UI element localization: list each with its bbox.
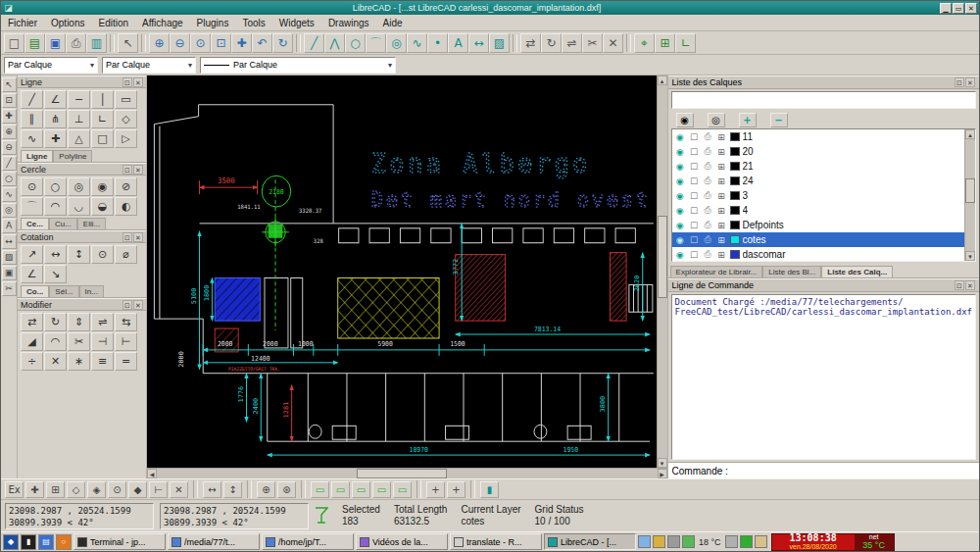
line-tangent-icon[interactable]: ⊥ <box>68 110 90 128</box>
tab-listedescalq[interactable]: Liste des Calq... <box>821 266 893 277</box>
line-cross-icon[interactable]: ✚ <box>44 129 67 148</box>
layer-row-Defpoints[interactable]: ◉☐⎙⊞Defpoints <box>672 218 964 232</box>
zoom-window-icon[interactable]: ⊡ <box>2 93 17 108</box>
show-all-layers-icon[interactable]: ◉ <box>676 113 694 127</box>
draw-circle-icon[interactable]: ○ <box>345 33 366 53</box>
tab-sl[interactable]: Sél... <box>49 285 78 297</box>
scroll-down-icon[interactable]: ▼ <box>965 251 975 261</box>
grid-minus-icon[interactable]: + <box>447 481 466 498</box>
menu-tools[interactable]: Tools <box>235 17 271 29</box>
exclusive-snap-icon[interactable]: Ex <box>5 481 24 498</box>
modify-trim-icon[interactable]: ✂ <box>582 33 603 53</box>
dim-diametric-icon[interactable]: ⌀ <box>115 245 137 264</box>
browser-launcher-icon[interactable]: ○ <box>56 534 72 550</box>
dim-vertical-icon[interactable]: ↕ <box>68 245 90 264</box>
updates-tray-icon[interactable] <box>653 535 665 548</box>
layer-print-icon[interactable]: ⎙ <box>703 146 713 157</box>
zoom-pan-icon[interactable]: ✚ <box>231 33 252 53</box>
tab-cu[interactable]: Cu... <box>49 218 77 229</box>
display-tray-icon[interactable] <box>638 535 651 548</box>
redraw-icon[interactable]: ↻ <box>272 33 293 53</box>
draw-spline-icon[interactable]: ∿ <box>407 33 427 53</box>
document-save-icon[interactable]: ▣ <box>45 33 66 53</box>
snap-grid-icon[interactable]: ⊞ <box>655 33 675 53</box>
layer-print-icon[interactable]: ⎙ <box>703 131 713 142</box>
print-icon[interactable]: ⎙ <box>66 33 86 53</box>
layer-row-20[interactable]: ◉☐⎙⊞20 <box>672 144 964 159</box>
arc-three-points-icon[interactable]: ◠ <box>44 197 67 216</box>
close-panel-icon[interactable]: ✕ <box>133 165 143 175</box>
layer-visible-icon[interactable]: ◉ <box>674 176 686 186</box>
layer-row-4[interactable]: ◉☐⎙⊞4 <box>672 203 964 218</box>
taskbar-button[interactable]: /home/jp/T... <box>262 533 354 550</box>
view-3-icon[interactable]: ▭ <box>352 481 370 498</box>
tab-listedesbl[interactable]: Liste des Bl... <box>762 266 821 277</box>
tab-ce[interactable]: Ce... <box>21 218 49 229</box>
menu-widgets[interactable]: Widgets <box>272 17 321 29</box>
horizontal-scrollbar[interactable]: ◀ ▶ <box>147 468 667 478</box>
modify-move-icon[interactable]: ⇄ <box>520 33 541 53</box>
modify-mirror-icon[interactable]: ⇌ <box>562 33 582 53</box>
taskbar-button[interactable]: translate - R... <box>450 533 542 550</box>
draw-text-icon[interactable]: A <box>448 33 468 53</box>
tab-ligne[interactable]: Ligne <box>21 150 53 162</box>
layer-visible-icon[interactable]: ◉ <box>674 221 686 230</box>
close-panel-icon[interactable]: ✕ <box>133 77 143 87</box>
circle-concentric-icon[interactable]: ◉ <box>91 177 114 196</box>
layer-visible-icon[interactable]: ◉ <box>674 147 686 157</box>
modify-bevel-icon[interactable]: ◢ <box>21 332 43 351</box>
dim-radial-icon[interactable]: ⊙ <box>91 245 114 264</box>
taskbar-button[interactable]: Vidéos de la... <box>356 533 448 550</box>
blocks-icon[interactable]: ▣ <box>2 266 17 280</box>
zoom-window-icon[interactable]: ⊡ <box>211 33 231 53</box>
layer-color-swatch[interactable] <box>730 176 740 185</box>
float-panel-icon[interactable]: ⊡ <box>955 280 964 290</box>
close-panel-icon[interactable]: ✕ <box>965 280 975 290</box>
zoom-out-icon[interactable]: ⊖ <box>2 140 17 155</box>
layer-lock-icon[interactable]: ☐ <box>689 132 700 142</box>
layer-construction-icon[interactable]: ⊞ <box>716 147 727 157</box>
layer-construction-icon[interactable]: ⊞ <box>716 176 727 186</box>
layer-construction-icon[interactable]: ⊞ <box>716 250 727 260</box>
line-freehand-icon[interactable]: ∿ <box>21 129 43 148</box>
layer-construction-icon[interactable]: ⊞ <box>716 132 727 142</box>
line-horizontal-icon[interactable]: ─ <box>68 90 90 109</box>
snap-free-icon[interactable]: ⌖ <box>634 33 655 53</box>
volume-tray-icon[interactable] <box>667 535 680 548</box>
scroll-right-icon[interactable]: ▶ <box>658 469 667 478</box>
tab-in[interactable]: In... <box>79 285 104 297</box>
pan-icon[interactable]: ✚ <box>2 109 17 124</box>
modify-trim-icon[interactable]: ✂ <box>68 332 90 351</box>
pen-width-combo[interactable]: Par Calque ▾ <box>102 57 196 74</box>
float-panel-icon[interactable]: ⊡ <box>122 77 132 87</box>
close-panel-icon[interactable]: ✕ <box>133 300 143 310</box>
layer-color-swatch[interactable] <box>730 250 740 259</box>
modify-delete-icon[interactable]: ✕ <box>603 33 623 53</box>
layer-row-3[interactable]: ◉☐⎙⊞3 <box>672 188 964 203</box>
modify-round-icon[interactable]: ◠ <box>44 332 67 351</box>
document-new-icon[interactable]: □ <box>4 33 24 53</box>
pen-color-combo[interactable]: Par Calque ▾ <box>4 57 98 74</box>
line-orthogonal-icon[interactable]: ∟ <box>91 110 114 128</box>
lock-relative-zero-icon[interactable]: ⊛ <box>277 481 296 498</box>
mixer-tray-icon[interactable] <box>725 535 738 548</box>
dim-angular-icon[interactable]: ∠ <box>21 265 43 283</box>
tab-polyline[interactable]: Polyline <box>53 150 92 162</box>
layer-color-swatch[interactable] <box>730 191 740 200</box>
document-open-icon[interactable]: ▤ <box>24 33 45 53</box>
view-2-icon[interactable]: ▭ <box>331 481 350 498</box>
menu-plugins[interactable]: Plugins <box>190 17 236 29</box>
restrict-vertical-icon[interactable]: ↕ <box>223 481 242 498</box>
circle-center-point-icon[interactable]: ⊙ <box>21 177 43 196</box>
menu-drawings[interactable]: Drawings <box>321 17 376 29</box>
layer-color-swatch[interactable] <box>730 162 740 171</box>
line-bisector-icon[interactable]: ⋔ <box>44 110 67 128</box>
layer-visible-icon[interactable]: ◉ <box>674 132 686 142</box>
close-button[interactable]: ✕ <box>965 3 977 14</box>
line-rectangle-icon[interactable]: ▭ <box>115 90 137 109</box>
line-triangle-icon[interactable]: △ <box>68 129 90 148</box>
layer-visible-icon[interactable]: ◉ <box>674 162 686 172</box>
line-rhombus-icon[interactable]: ◇ <box>115 110 137 128</box>
circle-two-points-icon[interactable]: ○ <box>44 177 67 196</box>
draw-line-icon[interactable]: ╱ <box>304 33 324 53</box>
